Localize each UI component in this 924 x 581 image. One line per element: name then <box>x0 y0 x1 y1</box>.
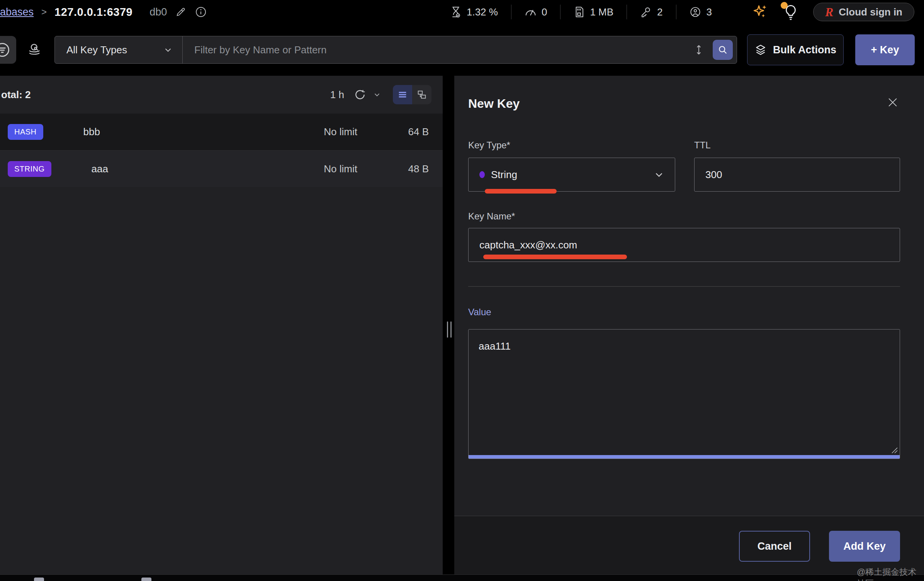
apply-search-button[interactable] <box>713 40 733 60</box>
breadcrumb-separator: > <box>41 7 47 17</box>
key-type-label: Key Type* <box>468 140 510 151</box>
ttl-label: TTL <box>694 140 711 151</box>
tree-view-icon <box>416 89 427 100</box>
key-name-cell: aaa <box>92 163 272 175</box>
stat-keys: 2 <box>627 6 676 18</box>
value-label: Value <box>468 307 491 318</box>
users-icon <box>690 6 701 18</box>
refresh-icon[interactable] <box>353 88 367 101</box>
value-field: aaa111 <box>468 329 900 459</box>
add-key-button[interactable]: + Key <box>855 34 915 65</box>
add-key-submit-button[interactable]: Add Key <box>829 531 900 562</box>
value-focus-bar <box>469 455 900 459</box>
key-icon <box>640 6 652 18</box>
statusbar-icon[interactable] <box>141 578 151 581</box>
search-icon <box>717 44 728 55</box>
instance-address: 127.0.0.1:6379 <box>54 6 132 19</box>
cloud-sign-in-button[interactable]: R Cloud sign in <box>813 3 914 21</box>
breadcrumb-databases-link[interactable]: abases <box>0 6 34 18</box>
watermark-text: @稀土掘金技术社区 <box>857 566 924 581</box>
list-view-button[interactable] <box>393 85 412 104</box>
resize-grip-icon[interactable] <box>890 445 898 454</box>
stat-cpu: 1.32 % <box>437 6 511 18</box>
value-textarea[interactable]: aaa111 <box>469 330 900 459</box>
refresh-interval-label: 1 h <box>330 89 344 101</box>
notification-dot <box>781 2 788 9</box>
key-name-cell: bbb <box>83 126 272 138</box>
hourglass-icon <box>450 6 461 18</box>
bulk-actions-button[interactable]: Bulk Actions <box>747 34 844 65</box>
tree-view-button[interactable] <box>412 85 431 104</box>
key-type-badge: STRING <box>8 161 51 177</box>
edit-db-pencil-icon[interactable] <box>175 7 186 17</box>
db-search-icon <box>27 42 43 58</box>
key-filter-bar: All Key Types <box>54 36 737 64</box>
filter-list-icon-button[interactable] <box>0 36 16 64</box>
filter-circle-icon <box>0 41 11 58</box>
drag-handle-icon[interactable] <box>446 321 453 340</box>
list-view-icon <box>397 89 408 100</box>
key-ttl-cell: No limit <box>272 163 357 175</box>
db-index-label: db0 <box>149 6 167 18</box>
dialog-title: New Key <box>468 97 520 111</box>
top-actions: R Cloud sign in <box>752 3 914 21</box>
expand-input-icon[interactable] <box>693 44 704 56</box>
key-size-cell: 64 B <box>357 126 429 138</box>
keys-total-label: otal: 2 <box>1 89 31 101</box>
gauge-icon <box>525 7 536 17</box>
db-info-icon[interactable] <box>195 6 207 18</box>
browser-toolbar: All Key Types Bulk Actio <box>0 24 924 76</box>
panel-resize-gutter[interactable] <box>443 76 454 574</box>
keys-panel-header: otal: 2 1 h <box>0 76 443 114</box>
new-key-dialog: New Key Key Type* TTL String Key Name* V… <box>454 76 924 574</box>
key-row-bbb[interactable]: HASH bbb No limit 64 B <box>0 114 443 150</box>
key-name-validation-bar <box>483 255 627 259</box>
key-type-selected-value: String <box>491 169 517 181</box>
dialog-divider <box>468 286 900 287</box>
layers-icon <box>754 44 767 56</box>
stat-clients: 3 <box>676 6 725 18</box>
chevron-down-icon <box>163 45 173 55</box>
key-type-badge: HASH <box>8 124 43 140</box>
stat-memory: 1 MB <box>561 6 627 18</box>
redis-logo: R <box>825 6 833 18</box>
ttl-input[interactable] <box>694 158 900 192</box>
db-stats-group: 1.32 % 0 1 MB 2 <box>437 5 725 19</box>
statusbar-icon[interactable] <box>34 578 44 581</box>
refresh-options-chevron-icon[interactable] <box>373 90 381 99</box>
notifications-lightbulb-icon[interactable] <box>783 3 798 20</box>
close-icon[interactable] <box>886 96 899 110</box>
key-name-field <box>468 228 900 262</box>
stat-ops: 0 <box>511 6 560 18</box>
key-row-aaa[interactable]: STRING aaa No limit 48 B <box>0 150 443 187</box>
key-size-cell: 48 B <box>357 163 429 175</box>
copilot-sparkles-icon[interactable] <box>752 4 768 20</box>
cancel-button[interactable]: Cancel <box>739 531 810 562</box>
keys-list-panel: otal: 2 1 h <box>0 76 443 574</box>
dialog-footer: Cancel Add Key <box>454 516 924 574</box>
chevron-down-icon <box>653 169 665 180</box>
view-toggle-group <box>393 85 431 104</box>
key-type-validation-bar <box>485 189 557 194</box>
keys-panel-controls: 1 h <box>330 85 431 104</box>
key-type-dropdown[interactable]: String <box>468 158 675 192</box>
redisinsight-app: abases > 127.0.0.1:6379 db0 1.32 % <box>0 0 924 581</box>
status-bar <box>0 574 924 581</box>
key-search-input[interactable] <box>183 44 693 56</box>
memory-card-icon <box>574 6 584 18</box>
top-bar: abases > 127.0.0.1:6379 db0 1.32 % <box>0 0 924 24</box>
key-type-filter-select[interactable]: All Key Types <box>55 44 182 56</box>
key-ttl-cell: No limit <box>272 126 357 138</box>
search-library-icon-button[interactable] <box>24 36 46 64</box>
string-type-dot-icon <box>479 171 485 178</box>
key-name-label: Key Name* <box>468 211 515 222</box>
